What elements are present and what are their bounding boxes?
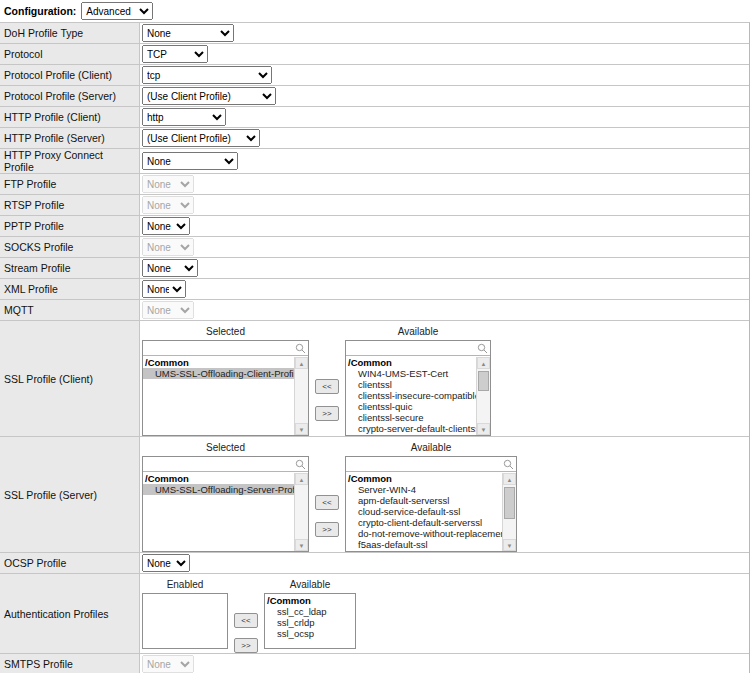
configuration-mode-select[interactable]: Advanced: [81, 2, 153, 20]
row-protocol: Protocol TCP: [0, 44, 749, 65]
row-ocsp-profile: OCSP Profile None: [0, 553, 749, 574]
ssl-server-selected-search-input[interactable]: [143, 461, 308, 475]
protocol-profile-server-select[interactable]: (Use Client Profile): [142, 87, 276, 105]
available-header: Available: [345, 325, 491, 340]
scroll-up-icon[interactable]: ▲: [295, 473, 308, 485]
list-item[interactable]: ssl_cc_ldap: [265, 606, 355, 617]
list-item[interactable]: WIN4-UMS-EST-Cert: [346, 368, 490, 379]
row-socks-profile: SOCKS Profile None: [0, 237, 749, 258]
list-item[interactable]: crypto-server-default-clientssl: [346, 423, 490, 434]
configuration-table: DoH Profile Type None Protocol TCP Proto…: [0, 22, 750, 673]
protocol-profile-client-select[interactable]: tcp: [142, 66, 272, 84]
list-item[interactable]: clientssl-secure: [346, 412, 490, 423]
list-item[interactable]: cloud-service-default-ssl: [346, 506, 516, 517]
list-item[interactable]: UMS-SSL-Offloading-Client-Profile: [143, 368, 308, 379]
row-label: HTTP Profile (Server): [0, 128, 140, 148]
auth-move-to-available-button[interactable]: >>: [234, 638, 258, 653]
row-pptp-profile: PPTP Profile None: [0, 216, 749, 237]
scroll-up-icon[interactable]: ▲: [477, 357, 490, 369]
row-label: SOCKS Profile: [0, 237, 140, 257]
scroll-up-icon[interactable]: ▲: [503, 473, 516, 485]
ssl-client-available-search-input[interactable]: [346, 345, 490, 359]
ssl-server-move-to-selected-button[interactable]: <<: [315, 495, 339, 510]
list-item[interactable]: apm-default-serverssl: [346, 495, 516, 506]
http-proxy-connect-profile-select[interactable]: None: [142, 152, 238, 170]
list-item[interactable]: f5aas-default-ssl: [346, 539, 516, 550]
ssl-server-duallist: Selected /Common UMS-SSL-Offloading-Serv…: [142, 441, 749, 564]
row-label: SMTPS Profile: [0, 654, 140, 673]
ssl-client-available-box: /Common WIN4-UMS-EST-Cert clientssl clie…: [345, 340, 491, 436]
selected-header: Selected: [142, 441, 309, 456]
xml-profile-select[interactable]: None: [142, 280, 186, 298]
socks-profile-select: None: [142, 238, 194, 256]
doh-profile-type-select[interactable]: None: [142, 24, 234, 42]
http-profile-server-select[interactable]: (Use Client Profile): [142, 129, 260, 147]
row-label: Protocol Profile (Server): [0, 86, 140, 106]
ssl-server-available-search-input[interactable]: [346, 461, 516, 475]
row-label: PPTP Profile: [0, 216, 140, 236]
list-item[interactable]: do-not-remove-without-replacement: [346, 528, 516, 539]
scrollbar[interactable]: ▲ ▼: [476, 357, 490, 435]
ssl-server-move-to-available-button[interactable]: >>: [315, 522, 339, 537]
http-profile-client-select[interactable]: http: [142, 108, 226, 126]
row-mqtt: MQTT None: [0, 300, 749, 321]
available-header: Available: [264, 578, 356, 593]
row-doh-profile-type: DoH Profile Type None: [0, 23, 749, 44]
row-stream-profile: Stream Profile None: [0, 258, 749, 279]
list-item[interactable]: clientssl-quic: [346, 401, 490, 412]
row-label: Stream Profile: [0, 258, 140, 278]
auth-move-to-enabled-button[interactable]: <<: [234, 613, 258, 628]
scroll-down-icon[interactable]: ▼: [295, 423, 308, 435]
scrollbar[interactable]: ▲ ▼: [294, 473, 308, 551]
row-authentication-profiles: Authentication Profiles Enabled << >> Av…: [0, 574, 749, 654]
row-protocol-profile-server: Protocol Profile (Server) (Use Client Pr…: [0, 86, 749, 107]
row-label: Protocol Profile (Client): [0, 65, 140, 85]
ssl-server-available-box: /Common Server-WIN-4 apm-default-servers…: [345, 456, 517, 552]
row-protocol-profile-client: Protocol Profile (Client) tcp: [0, 65, 749, 86]
row-smtps-profile: SMTPS Profile None: [0, 654, 749, 673]
scroll-down-icon[interactable]: ▼: [295, 539, 308, 551]
scrollbar[interactable]: ▲ ▼: [502, 473, 516, 551]
list-item[interactable]: clientssl-insecure-compatible: [346, 390, 490, 401]
list-item[interactable]: ssl_ocsp: [265, 628, 355, 639]
auth-enabled-box[interactable]: [142, 593, 228, 649]
row-label: HTTP Profile (Client): [0, 107, 140, 127]
stream-profile-select[interactable]: None: [142, 259, 198, 277]
protocol-select[interactable]: TCP: [142, 45, 208, 63]
row-label: DoH Profile Type: [0, 23, 140, 43]
list-item[interactable]: ssl_crldp: [265, 617, 355, 628]
mqtt-profile-select: None: [142, 301, 194, 319]
list-item[interactable]: Server-WIN-4: [346, 484, 516, 495]
scrollbar[interactable]: ▲ ▼: [294, 357, 308, 435]
smtps-profile-select: None: [142, 655, 194, 673]
scroll-down-icon[interactable]: ▼: [503, 539, 516, 551]
search-icon: [503, 459, 514, 470]
row-label: MQTT: [0, 300, 140, 320]
row-label: SSL Profile (Client): [0, 321, 140, 436]
auth-duallist: Enabled << >> Available /Common ss: [142, 578, 749, 661]
row-http-profile-server: HTTP Profile (Server) (Use Client Profil…: [0, 128, 749, 149]
ocsp-profile-select[interactable]: None: [142, 554, 190, 572]
ftp-profile-select: None: [142, 175, 194, 193]
ssl-client-move-to-selected-button[interactable]: <<: [315, 379, 339, 394]
ssl-client-move-to-available-button[interactable]: >>: [315, 406, 339, 421]
row-rtsp-profile: RTSP Profile None: [0, 195, 749, 216]
row-label: SSL Profile (Server): [0, 437, 140, 552]
search-icon: [295, 459, 306, 470]
ssl-client-selected-search-input[interactable]: [143, 345, 308, 359]
scroll-thumb[interactable]: [504, 487, 515, 519]
row-label: Protocol: [0, 44, 140, 64]
search-icon: [477, 343, 488, 354]
ssl-client-selected-box: /Common UMS-SSL-Offloading-Client-Profil…: [142, 340, 309, 436]
row-label: HTTP Proxy Connect Profile: [0, 149, 140, 173]
scroll-up-icon[interactable]: ▲: [295, 357, 308, 369]
list-item[interactable]: crypto-client-default-serverssl: [346, 517, 516, 528]
scroll-thumb[interactable]: [478, 371, 489, 391]
row-label: Authentication Profiles: [0, 574, 140, 653]
pptp-profile-select[interactable]: None: [142, 217, 190, 235]
row-http-proxy-connect-profile: HTTP Proxy Connect Profile None: [0, 149, 749, 174]
row-ssl-profile-client: SSL Profile (Client) Selected /Common UM…: [0, 321, 749, 437]
list-item[interactable]: clientssl: [346, 379, 490, 390]
list-item[interactable]: UMS-SSL-Offloading-Server-Profile: [143, 484, 308, 495]
scroll-down-icon[interactable]: ▼: [477, 423, 490, 435]
